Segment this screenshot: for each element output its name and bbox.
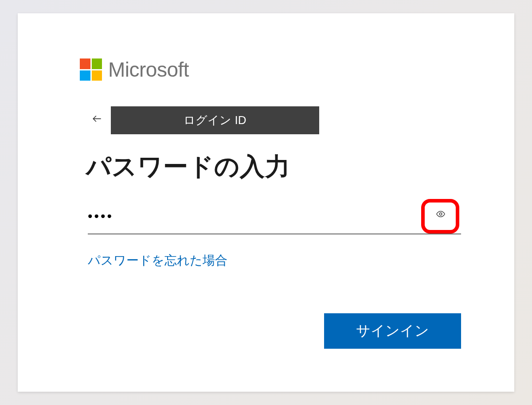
reveal-password-button[interactable]: [433, 207, 449, 223]
signin-button[interactable]: サインイン: [324, 313, 461, 349]
svg-point-1: [439, 213, 442, 215]
identity-row: ログイン ID: [88, 106, 470, 134]
brand-row: Microsoft: [80, 58, 470, 82]
signin-card: Microsoft ログイン ID パスワードの入力 パスワードを忘れた場合 サ…: [18, 13, 514, 392]
back-button[interactable]: [88, 111, 106, 129]
eye-icon: [436, 209, 446, 221]
forgot-password-link[interactable]: パスワードを忘れた場合: [88, 253, 227, 267]
microsoft-logo-icon: [80, 58, 102, 81]
password-row: [88, 204, 461, 234]
button-row: サインイン: [62, 313, 461, 349]
brand-name: Microsoft: [108, 58, 189, 82]
password-input[interactable]: [88, 204, 433, 226]
page-title: パスワードの入力: [86, 150, 470, 184]
identity-label: ログイン ID: [111, 106, 319, 134]
